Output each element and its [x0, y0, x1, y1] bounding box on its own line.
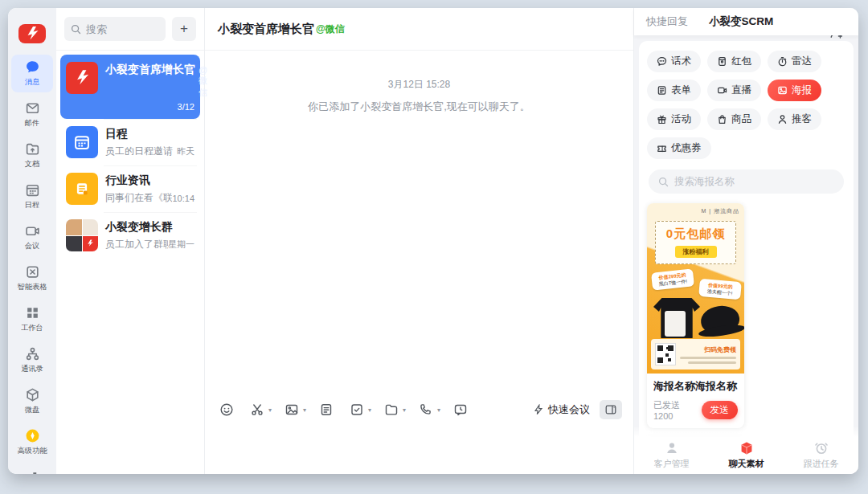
tool-coupon[interactable]: 优惠券: [647, 137, 711, 159]
chat-time: 星期一: [168, 239, 194, 251]
video-camera-icon: [24, 223, 40, 239]
call-caret[interactable]: ▾: [437, 406, 440, 414]
poster-search-input[interactable]: [674, 176, 834, 187]
chat-script-icon: [657, 56, 667, 67]
composer-toolbar: ▾ ▾ ▾ ▾: [205, 395, 633, 424]
wechat-tag: @微信: [199, 65, 207, 99]
search-icon: [71, 24, 81, 35]
poster-bubble: 价值299元的黑白T恤一件!: [651, 268, 694, 291]
tool-poster[interactable]: 海报: [768, 80, 821, 101]
bottom-tab-follow-up[interactable]: 跟进任务: [793, 441, 850, 470]
search-box[interactable]: [64, 17, 166, 41]
tool-live[interactable]: 直播: [707, 80, 761, 101]
poster-card[interactable]: M | 潮流商品 0元包邮领 涨粉福利 价值299元的黑白T恤一件! 价值99元…: [647, 203, 744, 428]
grid-icon: [24, 304, 40, 320]
person-icon: [777, 114, 788, 125]
tool-scripts[interactable]: 话术: [647, 51, 701, 72]
avatar: [66, 62, 98, 94]
scheduled-message-button[interactable]: [450, 399, 471, 420]
app-logo[interactable]: [18, 24, 46, 43]
tool-red-packet[interactable]: 红包: [707, 51, 761, 72]
sidebar-item-label: 文档: [25, 159, 39, 169]
sidebar-item-contacts[interactable]: 通讯录: [11, 341, 53, 379]
radar-icon: [777, 56, 788, 67]
tab-scrm[interactable]: 小裂变SCRM: [709, 14, 773, 29]
sidebar-item-label: 邮件: [25, 118, 39, 129]
screenshot-caret[interactable]: ▾: [268, 406, 272, 414]
poster-search-box[interactable]: [649, 169, 844, 194]
nav-rail: 消息 邮件 文档 日程 会议: [8, 8, 56, 474]
emoji-button[interactable]: [216, 399, 237, 420]
image-button[interactable]: [281, 399, 302, 420]
hat-graphic: [699, 304, 741, 336]
chat-list-item[interactable]: 行业资讯 同事们在看《联想来... 10:14: [60, 165, 200, 212]
screenshot-button[interactable]: [247, 399, 268, 420]
sidebar-item-docs[interactable]: 文档: [11, 137, 53, 174]
sidebar-item-drive[interactable]: 微盘: [11, 382, 53, 420]
shopping-bag-icon: [717, 114, 727, 125]
chat-list-item[interactable]: 日程 员工的日程邀请 昨天: [60, 119, 200, 165]
live-camera-icon: [717, 85, 727, 96]
task-button[interactable]: [346, 399, 367, 420]
sidebar-item-label: 高级功能: [18, 446, 47, 456]
sidebar-item-smart-sheet[interactable]: 智能表格: [11, 259, 53, 297]
sidebar-item-stats[interactable]: [11, 464, 53, 474]
chat-subtitle: 员工加入了群聊: [105, 238, 168, 251]
quick-meeting-button[interactable]: 快速会议: [533, 402, 590, 417]
chat-list-item[interactable]: 小裂变增长群 员工加入了群聊 星期一: [60, 212, 200, 259]
cube-icon: [739, 441, 754, 455]
ticket-icon: [657, 143, 667, 153]
sidebar-item-messages[interactable]: 消息: [11, 55, 53, 92]
bottom-tab-chat-materials[interactable]: 聊天素材: [719, 441, 775, 470]
message-input[interactable]: [205, 424, 633, 474]
tab-quick-reply[interactable]: 快捷回复: [646, 14, 688, 29]
tool-goods[interactable]: 商品: [707, 108, 761, 130]
docs-folder-icon: [24, 141, 40, 157]
chat-list: 小裂变首席增长官 @微信 3/12 日程 员工的日程邀请: [56, 51, 204, 263]
chat-time: 10:14: [172, 194, 194, 203]
flash-icon: [533, 404, 544, 415]
chat-list-item[interactable]: 小裂变首席增长官 @微信 3/12: [60, 55, 200, 119]
bottom-tab-customers[interactable]: 客户管理: [644, 441, 700, 470]
gift-icon: [657, 114, 667, 125]
news-avatar-icon: [73, 180, 91, 198]
scrm-card: 话术 红包 雷达 表单 直播 海报: [639, 41, 854, 474]
scrm-bottom-tab-bar: 客户管理 聊天素材 跟进任务: [634, 437, 858, 474]
conversation-header: 小裂变首席增长官 @微信: [205, 8, 633, 51]
scrm-content: 话术 红包 雷达 表单 直播 海报: [634, 35, 858, 474]
sidebar-item-workbench[interactable]: 工作台: [11, 300, 53, 338]
new-chat-button[interactable]: +: [172, 17, 196, 41]
conversation-title: 小裂变首席增长官: [218, 22, 314, 37]
tool-activity[interactable]: 活动: [647, 108, 701, 130]
doc-button[interactable]: [316, 399, 337, 420]
sidebar-item-label: 消息: [25, 77, 39, 88]
chat-title: 小裂变增长群: [105, 220, 173, 235]
side-panel-toggle-button[interactable]: [600, 400, 622, 419]
chat-list-header: +: [56, 8, 204, 51]
task-caret[interactable]: ▾: [368, 406, 371, 414]
tool-promoter[interactable]: 推客: [768, 108, 821, 130]
tool-form[interactable]: 表单: [647, 80, 701, 101]
poster-name: 海报名称海报名称: [653, 379, 738, 394]
sidebar-item-label: 智能表格: [18, 282, 47, 292]
poster-bubble: 价值99元的渔夫帽一个!: [698, 279, 742, 300]
folder-caret[interactable]: ▾: [403, 406, 406, 414]
tool-radar[interactable]: 雷达: [768, 51, 821, 72]
sidebar-item-label: 日程: [25, 200, 39, 210]
lightning-mini-icon: [85, 239, 95, 248]
sidebar-item-advanced[interactable]: 高级功能: [11, 423, 53, 461]
sidebar-item-calendar[interactable]: 日程: [11, 178, 53, 215]
send-button[interactable]: 发送: [702, 401, 738, 419]
sidebar-item-meetings[interactable]: 会议: [11, 218, 53, 256]
image-caret[interactable]: ▾: [303, 406, 306, 414]
chat-time: 3/12: [178, 102, 194, 112]
chat-title: 日程: [105, 127, 128, 141]
mail-icon: [24, 100, 40, 116]
call-button[interactable]: [416, 399, 436, 420]
sidebar-item-mail[interactable]: 邮件: [11, 96, 53, 133]
sent-count: 已发送 1200: [653, 399, 702, 421]
folder-button[interactable]: [381, 399, 402, 420]
search-input[interactable]: [86, 23, 150, 35]
app-window: 消息 邮件 文档 日程 会议: [8, 8, 858, 474]
calendar-icon: [24, 182, 40, 198]
